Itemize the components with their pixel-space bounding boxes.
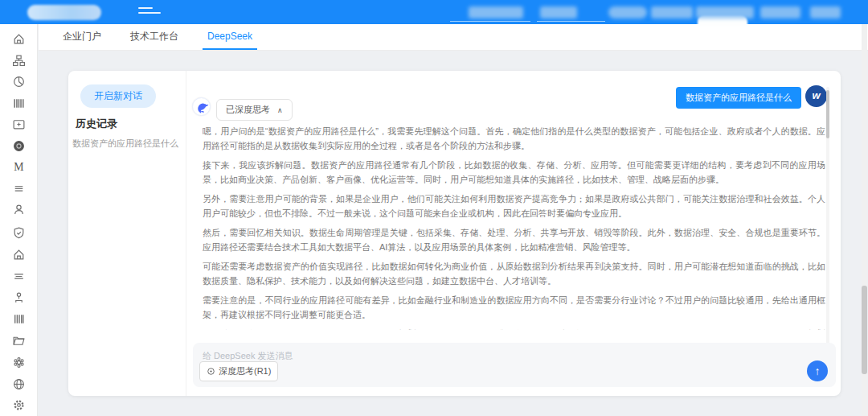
barcode-alt-icon[interactable] xyxy=(12,312,26,326)
dark-globe-icon[interactable] xyxy=(12,139,26,153)
tab-tech-workbench[interactable]: 技术工作台 xyxy=(125,24,183,50)
deep-think-icon xyxy=(207,367,215,376)
nav-item-blurred[interactable] xyxy=(760,6,800,19)
letter-m-icon[interactable]: M xyxy=(12,160,26,174)
shield-icon[interactable] xyxy=(12,226,26,240)
message-input-box[interactable]: 给 DeepSeek 发送消息 深度思考(R1) ↑ xyxy=(193,343,836,387)
tab-bar: 企业门户 技术工作台 DeepSeek xyxy=(39,24,868,51)
history-item[interactable]: 数据资产的应用路径是什么 xyxy=(72,138,183,150)
tab-enterprise-portal[interactable]: 企业门户 xyxy=(58,24,106,50)
list-icon[interactable] xyxy=(12,182,26,196)
reply-paragraph: 嗯，用户问的是“数据资产的应用路径是什么”，我需要先理解这个问题。首先，确定他们… xyxy=(203,124,825,153)
nav-underline xyxy=(450,21,530,22)
nav-item-blurred[interactable] xyxy=(469,6,523,19)
user-icon[interactable] xyxy=(12,203,26,216)
reply-paragraph: 然后，需要回忆相关知识。数据生命周期管理是关键，包括采集、存储、处理、分析、共享… xyxy=(203,225,825,254)
home-icon[interactable] xyxy=(12,32,26,46)
reply-paragraph: 可能还需要考虑数据资产的价值实现路径，比如数据如何转化为商业价值，从原始数据到分… xyxy=(203,259,825,288)
menu-toggle-icon[interactable] xyxy=(138,7,162,17)
globe-icon[interactable] xyxy=(12,377,26,391)
new-chat-button[interactable]: 开启新对话 xyxy=(80,84,156,108)
thought-collapse-button[interactable]: 已深度思考 ∧ xyxy=(216,99,293,121)
reply-paragraph: 需要注意的是，不同行业的应用路径可能有差异，比如金融行业和制造业的数据应用方向不… xyxy=(203,293,825,322)
svg-text:M: M xyxy=(14,161,23,173)
card-add-icon[interactable] xyxy=(12,117,26,131)
message-input-placeholder: 给 DeepSeek 发送消息 xyxy=(203,350,293,362)
layers-icon[interactable] xyxy=(12,270,26,283)
reply-paragraph: 接下来，我应该拆解问题。数据资产的应用路径通常有几个阶段，比如数据的收集、存储、… xyxy=(203,158,825,187)
page-scrollbar-thumb[interactable] xyxy=(862,286,867,374)
nav-item-blurred[interactable] xyxy=(540,6,577,19)
reply-paragraph: 总结的话，应用路径可以分为以下几个步骤：战略规划、数据治理、技术支撑、应用场景构… xyxy=(203,327,825,330)
nav-item-blurred[interactable] xyxy=(696,6,754,19)
chat-scrollbar-thumb[interactable] xyxy=(826,90,829,138)
flower-icon[interactable] xyxy=(12,356,26,369)
home-alt-icon[interactable] xyxy=(12,248,26,262)
deepseek-panel: 开启新对话 历史记录 数据资产的应用路径是什么 数据资产的应用路径是什么 w 已… xyxy=(68,71,841,396)
top-header xyxy=(0,0,868,24)
conversation-panel: 开启新对话 历史记录 数据资产的应用路径是什么 xyxy=(68,71,186,396)
barcode-icon[interactable] xyxy=(12,97,26,110)
user-avatar: w xyxy=(805,85,827,107)
icon-sidebar: M xyxy=(0,24,38,416)
folder-icon[interactable] xyxy=(12,334,26,348)
deep-think-label: 深度思考(R1) xyxy=(219,365,271,377)
org-chart-icon[interactable] xyxy=(12,54,26,68)
nav-item-blurred[interactable] xyxy=(651,6,693,19)
pie-chart-icon[interactable] xyxy=(12,75,26,89)
gear-icon[interactable] xyxy=(12,398,26,412)
thought-toggle-label: 已深度思考 xyxy=(226,105,270,114)
tree-icon[interactable] xyxy=(12,291,26,305)
tab-deepseek[interactable]: DeepSeek xyxy=(203,24,257,50)
history-title: 历史记录 xyxy=(76,117,117,131)
nav-item-blurred[interactable] xyxy=(608,6,647,19)
chevron-up-icon: ∧ xyxy=(277,106,283,114)
deep-think-toggle[interactable]: 深度思考(R1) xyxy=(199,361,278,381)
reply-paragraph: 另外，需要注意用户可能的背景，如果是企业用户，他们可能关注如何利用数据资产提高竞… xyxy=(203,192,825,220)
nav-underline xyxy=(537,21,605,22)
deepseek-whale-icon xyxy=(192,97,211,116)
send-button[interactable]: ↑ xyxy=(807,360,828,381)
user-message-bubble: 数据资产的应用路径是什么 xyxy=(676,87,801,109)
nav-item-blurred[interactable] xyxy=(810,6,841,19)
assistant-reply: 嗯，用户问的是“数据资产的应用路径是什么”，我需要先理解这个问题。首先，确定他们… xyxy=(203,124,825,330)
app-logo xyxy=(27,5,101,20)
